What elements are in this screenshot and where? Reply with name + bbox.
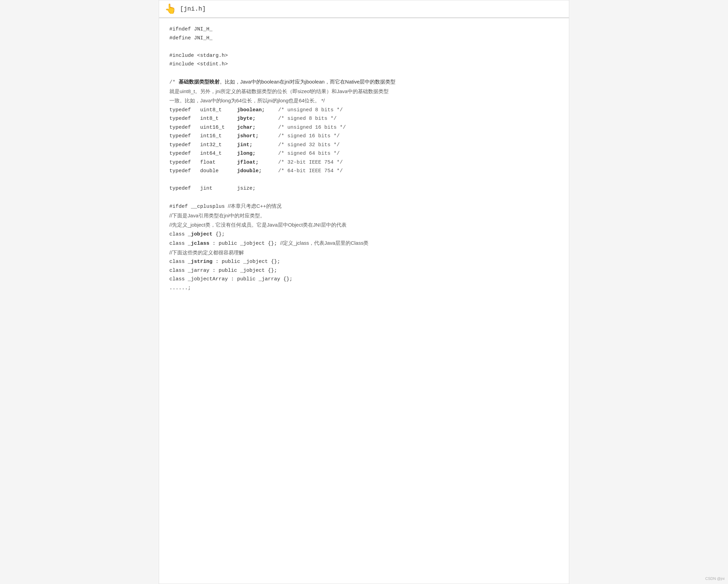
- typedef-jbyte: typedef int8_t jbyte; /* signed 8 bits *…: [169, 114, 559, 123]
- comment-jobject-def: //先定义_jobject类，它没有任何成员。它是Java层中Object类在J…: [169, 220, 559, 230]
- class-jarray: class _jarray : public _jobject {};: [169, 266, 559, 275]
- class-jobjectarray: class _jobjectArray : public _jarray {};: [169, 275, 559, 284]
- typedef-jlong: typedef int64_t jlong; /* signed 64 bits…: [169, 149, 559, 158]
- typedef-jdouble: typedef double jdouble; /* 64-bit IEEE 7…: [169, 167, 559, 176]
- typedef-jshort: typedef int16_t jshort; /* signed 16 bit…: [169, 132, 559, 141]
- header-icon: 👆: [165, 3, 177, 15]
- class-jstring: class _jstring : public _jobject {};: [169, 257, 559, 266]
- comment-line-3: 一致。比如，Java中的long为64位长，所以jni的jlong也是64位长。…: [169, 96, 559, 106]
- ellipsis-line: ......;: [169, 284, 559, 293]
- typedef-jchar: typedef uint16_t jchar; /* unsigned 16 b…: [169, 123, 559, 132]
- comment-line-1: /* 基础数据类型映射。比如，Java中的boolean在jni对应为jbool…: [169, 77, 559, 87]
- class-jobject: class _jobject {};: [169, 230, 559, 239]
- header-title: [jni.h]: [180, 5, 206, 12]
- code-line-define: #define JNI_H_: [169, 34, 559, 43]
- comment-java-ref: //下面是Java引用类型在jni中的对应类型。: [169, 211, 559, 221]
- comment-easy-understand: //下面这些类的定义都很容易理解: [169, 248, 559, 258]
- watermark: CSDN @jni: [705, 576, 725, 581]
- typedef-jint: typedef int32_t jint; /* signed 32 bits …: [169, 141, 559, 150]
- code-line-include1: #include <stdarg.h>: [169, 51, 559, 60]
- code-empty-2: [169, 69, 559, 78]
- code-line-ifndef: #ifndef JNI_H_: [169, 25, 559, 34]
- code-line-include2: #include <stdint.h>: [169, 60, 559, 69]
- typedef-jfloat: typedef float jfloat; /* 32-bit IEEE 754…: [169, 158, 559, 167]
- ifdef-cplusplus: #ifdef __cplusplus //本章只考虑C++的情况: [169, 202, 559, 211]
- code-area: #ifndef JNI_H_ #define JNI_H_ #include <…: [159, 18, 569, 299]
- class-jclass: class _jclass : public _jobject {}; //定义…: [169, 239, 559, 248]
- code-empty-3: [169, 176, 559, 185]
- typedef-jboolean: typedef uint8_t jboolean; /* unsigned 8 …: [169, 106, 559, 115]
- code-empty-1: [169, 42, 559, 51]
- code-empty-4: [169, 193, 559, 202]
- typedef-jsize: typedef jint jsize;: [169, 184, 559, 193]
- file-header: 👆 [jni.h]: [159, 0, 569, 18]
- comment-line-2: 就是uint8_t。另外，jni所定义的基础数据类型的位长（即sizeof的结果…: [169, 87, 559, 97]
